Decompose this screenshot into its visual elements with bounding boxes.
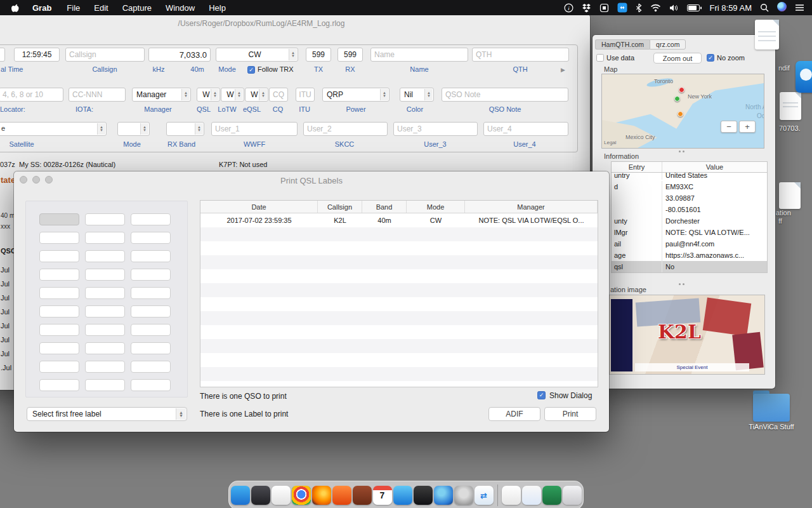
stepper-icon[interactable]: ▲▼ (211, 89, 219, 100)
satellite-combo[interactable]: ▲▼ (0, 122, 107, 136)
follow-trx-checkbox[interactable]: ✓ (247, 66, 255, 74)
qsl-label-slot[interactable] (131, 232, 171, 244)
search-icon[interactable] (760, 3, 769, 12)
zoom-button[interactable] (45, 176, 53, 184)
column-header[interactable]: Callsign (318, 201, 362, 213)
dropbox-icon[interactable] (582, 3, 591, 13)
stepper-icon[interactable]: ▲▼ (380, 89, 388, 100)
info-row[interactable]: untryUnited States (612, 173, 767, 181)
rx-mode-combo[interactable]: ▲▼ (117, 122, 150, 136)
lotw-stepper[interactable]: W▲▼ (221, 88, 244, 102)
splitter-handle[interactable] (679, 150, 684, 152)
qsl-label-slot[interactable] (39, 269, 79, 281)
eqsl-stepper[interactable]: W▲▼ (245, 88, 268, 102)
show-dialog-checkbox[interactable]: ✓ (537, 391, 546, 399)
qsl-label-slot[interactable] (39, 361, 79, 373)
active-app-menu[interactable]: Grab (32, 3, 51, 13)
menu-window[interactable]: Window (166, 3, 195, 13)
qsl-label-slot[interactable] (131, 361, 171, 373)
stepper-icon[interactable]: ▲▼ (140, 123, 148, 135)
tab-qrz[interactable]: qrz.com (650, 39, 686, 50)
dock-excel[interactable] (542, 486, 561, 505)
desktop-app-icon[interactable] (796, 61, 812, 93)
disclosure-arrow-icon[interactable]: ▶ (561, 67, 565, 73)
info-row[interactable]: ailpaul@nn4f.com (612, 238, 767, 250)
qsl-label-slot[interactable] (85, 232, 125, 244)
qsl-label-slot[interactable] (131, 324, 171, 336)
qsl-label-slot[interactable] (85, 324, 125, 336)
column-header[interactable]: Entry (612, 162, 662, 172)
qsl-label-slot[interactable] (39, 250, 79, 262)
column-header[interactable]: Value (662, 162, 767, 172)
dock-document-blue[interactable] (522, 486, 541, 505)
cq-zone-input[interactable] (269, 88, 288, 102)
dock-finder[interactable] (231, 486, 250, 505)
dock-textedit[interactable] (502, 486, 521, 505)
qsl-label-slot[interactable] (85, 361, 125, 373)
map-zoom-out-button[interactable]: − (721, 121, 737, 133)
qsl-label-slot[interactable] (39, 342, 79, 354)
user3-input[interactable] (393, 122, 478, 136)
column-header[interactable]: Date (200, 201, 318, 213)
wifi-icon[interactable] (650, 4, 661, 12)
qsl-label-slot[interactable] (131, 250, 171, 262)
qth-input[interactable] (472, 48, 569, 62)
stepper-icon[interactable]: ▲▼ (289, 49, 297, 60)
menu-edit[interactable]: Edit (94, 3, 108, 13)
qsl-label-slot[interactable] (85, 305, 125, 318)
map-pin-green[interactable] (674, 96, 680, 102)
qsl-label-slot[interactable] (39, 232, 79, 244)
table-row[interactable]: 2017-07-02 23:59:35K2L40mCWNOTE: QSL VIA… (200, 213, 598, 227)
dock-mail[interactable] (393, 486, 412, 505)
stepper-icon[interactable]: ▲▼ (259, 89, 267, 100)
map-pin-orange[interactable] (678, 111, 683, 117)
rx-band-stepper[interactable]: ▲▼ (166, 122, 204, 136)
name-input[interactable] (370, 48, 468, 62)
qsl-label-slot[interactable] (85, 379, 125, 391)
color-combo[interactable]: Nil▲▼ (400, 88, 434, 102)
qsl-label-slot[interactable] (85, 287, 125, 299)
iota-input[interactable] (69, 88, 126, 102)
power-combo[interactable]: QRP▲▼ (322, 88, 390, 102)
menu-file[interactable]: File (67, 3, 80, 13)
minimize-button[interactable] (32, 176, 40, 184)
user1-input[interactable] (211, 122, 298, 136)
dock-dark-utility[interactable] (251, 486, 270, 505)
qsl-label-slot[interactable] (39, 287, 79, 299)
info-row[interactable]: -80.051601 (612, 204, 767, 215)
column-header[interactable]: Manager (465, 201, 598, 213)
itu-zone-input[interactable] (296, 88, 315, 102)
volume-icon[interactable] (669, 4, 679, 12)
tab-hamqth[interactable]: HamQTH.com (595, 39, 650, 50)
no-zoom-checkbox[interactable]: ✓ (707, 54, 714, 62)
qsl-label-slot[interactable] (39, 379, 79, 391)
qsl-label-slot[interactable] (85, 250, 125, 262)
battery-icon[interactable] (687, 4, 702, 11)
menubar-clock[interactable]: Fri 8:59 AM (710, 3, 752, 13)
map-zoom-in-button[interactable]: + (739, 121, 756, 133)
adif-button[interactable]: ADIF (488, 407, 540, 421)
user2-input[interactable] (303, 122, 388, 136)
info-icon[interactable]: i (564, 3, 573, 13)
teamviewer-icon[interactable] (617, 3, 627, 13)
apple-menu-icon[interactable] (11, 3, 20, 13)
time-field[interactable] (14, 48, 60, 62)
frequency-field[interactable] (148, 48, 211, 62)
info-row[interactable]: lMgrNOTE: QSL VIA LOTW/E... (612, 227, 767, 238)
tx-rst-field[interactable] (306, 48, 331, 62)
desktop-file-icon[interactable] (755, 20, 779, 50)
menu-capture[interactable]: Capture (122, 3, 152, 13)
desktop-file-icon[interactable] (779, 182, 801, 209)
qsl-label-slot[interactable] (131, 269, 171, 281)
siri-icon[interactable] (777, 2, 787, 13)
info-row[interactable]: agehttps://s3.amazonaws.c... (612, 250, 767, 261)
mode-combo[interactable]: CW▲▼ (216, 48, 298, 62)
dock-earth-browser[interactable] (434, 486, 453, 505)
user4-input[interactable] (483, 122, 568, 136)
qsl-label-slot[interactable] (39, 324, 79, 336)
qso-note-input[interactable] (442, 88, 568, 102)
stepper-icon[interactable]: ▲▼ (97, 123, 105, 135)
menu-help[interactable]: Help (209, 3, 226, 13)
info-row[interactable]: qslNo (612, 261, 767, 272)
qsl-label-slot[interactable] (131, 213, 171, 225)
